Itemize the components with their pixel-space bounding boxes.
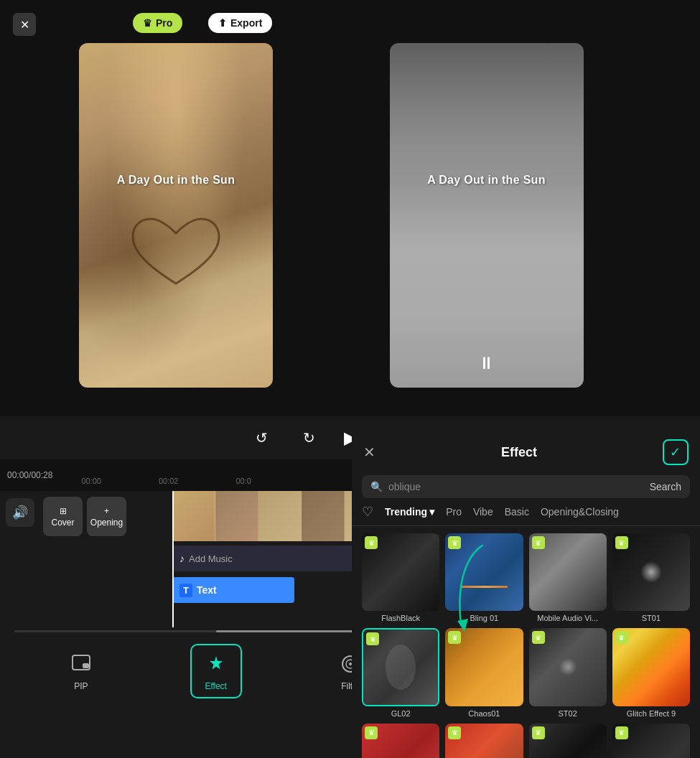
gl02-label: GL02 xyxy=(391,709,411,718)
st02-label: ST02 xyxy=(558,709,577,718)
heart-shape xyxy=(126,215,226,301)
effect-panel-title: Effect xyxy=(501,445,537,460)
ruler-mark-2: 00:0 xyxy=(207,477,279,485)
chaos01-label: Chaos01 xyxy=(468,709,500,718)
crown-badge: ♛ xyxy=(532,726,545,739)
pip-icon xyxy=(68,651,94,677)
row3-3-thumb: ♛ xyxy=(529,724,607,759)
redo-icon: ↻ xyxy=(303,429,315,446)
timeline-cursor xyxy=(172,491,174,627)
right-video-text: A Day Out in the Sun xyxy=(427,174,546,187)
st01-label: ST01 xyxy=(642,614,661,622)
export-button[interactable]: ⬆ Export xyxy=(208,13,272,33)
crown-badge: ♛ xyxy=(365,536,378,549)
search-input[interactable] xyxy=(388,481,644,492)
undo-button[interactable]: ↺ xyxy=(249,425,275,451)
row3-1-thumb: ♛ xyxy=(362,724,439,759)
undo-icon: ↺ xyxy=(256,429,268,446)
crown-badge: ♛ xyxy=(448,726,461,739)
right-video-frame: A Day Out in the Sun xyxy=(390,43,584,388)
row3-4-thumb: ♛ xyxy=(612,724,690,759)
video-preview-area: ✕ ♛ Pro ⬆ Export A Day Out in the Sun xyxy=(0,0,700,416)
toolbar-effect[interactable]: Effect xyxy=(190,644,242,698)
crown-badge: ♛ xyxy=(365,726,378,739)
effect-row3-3[interactable]: ♛ xyxy=(529,724,607,759)
left-video-text: A Day Out in the Sun xyxy=(117,174,235,187)
search-icon: 🔍 xyxy=(370,481,383,492)
glitch9-thumb: ♛ xyxy=(612,628,690,706)
strip-thumb-1 xyxy=(172,491,215,541)
effect-close-button[interactable]: ✕ xyxy=(363,444,375,461)
dropdown-arrow-icon: ▾ xyxy=(429,506,434,518)
basic-tab[interactable]: Basic xyxy=(505,505,529,519)
effect-chaos01[interactable]: ♛ Chaos01 xyxy=(445,628,523,717)
close-button[interactable]: ✕ xyxy=(13,13,36,36)
toolbar-pip[interactable]: PIP xyxy=(57,645,106,697)
effect-panel: ✕ Effect ✓ 🔍 Search ♡ Trending ▾ Pro Vib… xyxy=(352,429,700,758)
text-track-label: Text xyxy=(197,584,217,596)
sound-icon: 🔊 xyxy=(12,505,28,520)
crown-badge: ♛ xyxy=(448,631,461,644)
right-video-preview: A Day Out in the Sun ⏸ xyxy=(352,0,621,416)
cover-icon: ⊞ xyxy=(60,506,67,516)
st02-thumb: ♛ xyxy=(529,628,607,706)
effect-icon xyxy=(203,651,229,677)
pro-tab[interactable]: Pro xyxy=(446,505,462,519)
svg-rect-1 xyxy=(83,663,89,668)
effect-mobileaudio[interactable]: ♛ Mobile Audio Vi... xyxy=(529,533,607,622)
gl02-thumb: ♛ xyxy=(362,628,439,706)
effect-label: Effect xyxy=(205,681,226,691)
row3-2-thumb: ♛ xyxy=(445,724,523,759)
effect-row-1: ♛ FlashBlack ♛ Bling 01 ♛ Mobile Audio V… xyxy=(362,533,690,622)
redo-button[interactable]: ↻ xyxy=(297,425,322,451)
effect-confirm-button[interactable]: ✓ xyxy=(663,439,689,465)
effect-panel-header: ✕ Effect ✓ xyxy=(352,429,700,472)
effect-row-3: ♛ ♛ ♛ ♛ xyxy=(362,724,690,759)
flashblack-thumb: ♛ xyxy=(362,533,439,611)
favorites-tab[interactable]: ♡ xyxy=(362,504,373,520)
crown-badge: ♛ xyxy=(615,631,628,644)
pip-label: PIP xyxy=(74,681,88,691)
effect-st02[interactable]: ♛ ST02 xyxy=(529,628,607,717)
pro-button[interactable]: ♛ Pro xyxy=(133,13,182,33)
ruler-mark-1: 00:02 xyxy=(130,477,207,485)
effect-flashblack[interactable]: ♛ FlashBlack xyxy=(362,533,439,622)
effect-grid[interactable]: ♛ FlashBlack ♛ Bling 01 ♛ Mobile Audio V… xyxy=(352,526,700,758)
sound-button[interactable]: 🔊 xyxy=(6,498,34,527)
trending-tab[interactable]: Trending ▾ xyxy=(385,506,434,518)
effect-bling01[interactable]: ♛ Bling 01 xyxy=(445,533,523,622)
effect-row3-2[interactable]: ♛ xyxy=(445,724,523,759)
glitch9-label: Glitch Effect 9 xyxy=(627,709,676,718)
effect-row3-1[interactable]: ♛ xyxy=(362,724,439,759)
effect-gl02[interactable]: ♛ GL02 xyxy=(362,628,439,717)
search-button[interactable]: Search xyxy=(650,481,681,492)
crown-badge: ♛ xyxy=(532,631,545,644)
opening-button[interactable]: + Opening xyxy=(87,497,126,536)
bling01-thumb: ♛ xyxy=(445,533,523,611)
crown-icon: ♛ xyxy=(143,17,152,29)
bling01-label: Bling 01 xyxy=(470,614,498,622)
cover-button[interactable]: ⊞ Cover xyxy=(43,497,83,536)
strip-thumb-3 xyxy=(258,491,302,541)
crown-badge: ♛ xyxy=(366,632,379,645)
ruler-mark-0: 00:00 xyxy=(52,477,130,485)
crown-badge: ♛ xyxy=(448,536,461,549)
track-buttons: ⊞ Cover + Opening xyxy=(43,497,126,536)
left-video-frame: A Day Out in the Sun xyxy=(79,43,273,388)
vibe-tab[interactable]: Vibe xyxy=(473,505,493,519)
pause-button[interactable]: ⏸ xyxy=(478,353,495,373)
strip-thumb-2 xyxy=(215,491,258,541)
opening-tab[interactable]: Opening&Closing xyxy=(541,505,619,519)
current-time: 00:00/00:28 xyxy=(7,470,52,480)
effect-row3-4[interactable]: ♛ xyxy=(612,724,690,759)
effect-st01[interactable]: ♛ ST01 xyxy=(612,533,690,622)
text-track[interactable]: T Text xyxy=(172,577,294,603)
left-video-preview: ✕ ♛ Pro ⬆ Export A Day Out in the Sun xyxy=(0,0,352,416)
crown-badge: ♛ xyxy=(615,726,628,739)
crown-badge: ♛ xyxy=(532,536,545,549)
mobileaudio-label: Mobile Audio Vi... xyxy=(537,614,598,622)
st01-thumb: ♛ xyxy=(612,533,690,611)
chaos01-thumb: ♛ xyxy=(445,628,523,706)
music-track-label: Add Music xyxy=(189,553,233,564)
effect-glitch9[interactable]: ♛ Glitch Effect 9 xyxy=(612,628,690,717)
